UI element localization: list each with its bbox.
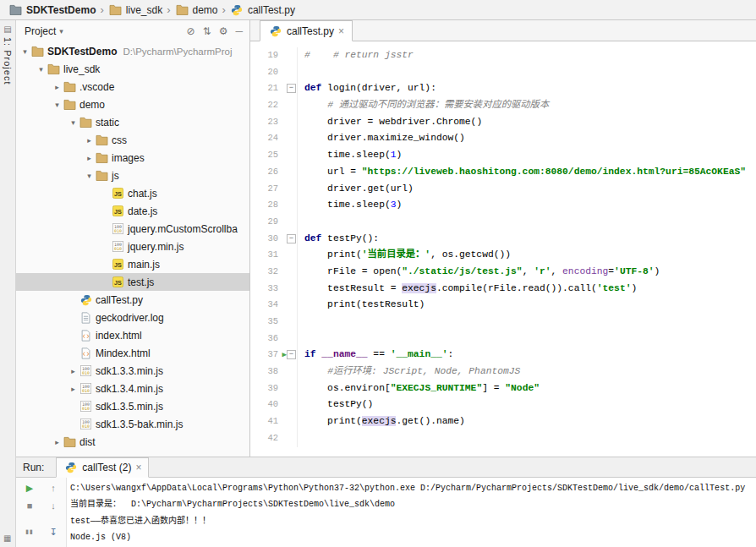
tree-item[interactable]: JSdate.js — [16, 202, 249, 220]
folder-icon — [95, 134, 109, 145]
stop-icon[interactable]: ■ — [23, 499, 36, 512]
line-number: 35 — [267, 316, 278, 326]
tree-item[interactable]: 100010sdk1.3.5.min.js — [16, 397, 249, 415]
rerun-icon[interactable]: ▶ — [23, 481, 36, 495]
gutter: 29 — [250, 214, 298, 231]
tab-calltest-run[interactable]: callTest (2) × — [56, 457, 149, 478]
js-icon: JS — [111, 276, 125, 287]
tree-item[interactable]: JStest.js — [16, 273, 249, 291]
breadcrumb-item[interactable]: callTest.py — [227, 2, 299, 19]
toolwindow-toggle-icon[interactable]: ▦ — [3, 533, 11, 543]
pause-icon[interactable]: ▮▮ — [23, 525, 36, 539]
close-icon[interactable]: × — [135, 462, 141, 473]
chevron-down-icon[interactable]: ▾ — [84, 172, 95, 180]
line-number: 29 — [267, 216, 278, 227]
chevron-right-icon[interactable]: ▸ — [68, 385, 79, 393]
tree-item-label: css — [112, 134, 127, 146]
project-stripe-button[interactable]: ▤ 1: Project — [0, 20, 15, 85]
chevron-right-icon[interactable]: ▸ — [84, 154, 95, 162]
tree-item[interactable]: ▸.vscode — [16, 78, 249, 96]
tree-item[interactable]: ▸100010sdk1.3.3.min.js — [16, 362, 249, 380]
tree-item[interactable]: 100010jquery.mCustomScrollba — [16, 220, 249, 238]
svg-text:JS: JS — [114, 279, 122, 287]
folder-icon — [30, 46, 45, 57]
tree-item[interactable]: geckodriver.log — [16, 309, 249, 326]
minjs-icon: 100010 — [79, 401, 93, 412]
js-icon: JS — [111, 188, 125, 199]
project-tree[interactable]: ▾SDKTestDemoD:\Pycharm\PycharmProj▾live_… — [16, 42, 249, 457]
tree-item[interactable]: ▸images — [16, 149, 249, 167]
fold-icon[interactable]: − — [287, 84, 296, 93]
gutter: 36 — [250, 331, 298, 347]
chevron-right-icon[interactable]: ▸ — [52, 438, 63, 446]
collapse-all-icon[interactable]: ⇅ — [203, 25, 211, 37]
tree-item-label: sdk1.3.3.min.js — [96, 365, 163, 377]
fold-icon[interactable]: − — [287, 350, 296, 359]
folder-icon — [79, 117, 93, 128]
tree-item[interactable]: ▸dist — [16, 433, 249, 451]
code-token: ) — [396, 200, 402, 210]
breadcrumb-item[interactable]: live_sdk — [105, 2, 166, 19]
html-icon — [79, 347, 93, 359]
folder-icon — [95, 170, 109, 181]
chevron-down-icon[interactable]: ▾ — [36, 65, 47, 74]
js-icon: JS — [111, 259, 125, 270]
tree-item[interactable]: Mindex.html — [16, 344, 249, 362]
breadcrumb-item[interactable]: SDKTestDemo — [5, 2, 99, 19]
code-token: : — [448, 349, 454, 359]
gutter: 40 — [250, 397, 298, 413]
tree-item[interactable]: callTest.py — [16, 291, 249, 309]
tree-item[interactable]: ▸css — [16, 131, 249, 149]
close-icon[interactable]: × — [338, 26, 344, 36]
tree-item-label: date.js — [128, 205, 157, 217]
gutter: 39 — [250, 380, 298, 397]
gutter: 35 — [250, 314, 298, 331]
svg-text:010: 010 — [114, 228, 122, 233]
chevron-down-icon[interactable]: ▾ — [59, 27, 63, 36]
fold-icon[interactable]: − — [287, 234, 296, 243]
chevron-down-icon[interactable]: ▾ — [68, 118, 79, 127]
chevron-right-icon[interactable]: ▸ — [84, 136, 95, 145]
chevron-down-icon[interactable]: ▾ — [19, 47, 30, 56]
code-token: .compile(rFile.read()).call( — [436, 283, 597, 293]
gutter: 41 — [250, 413, 298, 430]
tree-item[interactable]: ▾js — [16, 167, 249, 184]
tree-item[interactable]: JSchat.js — [16, 184, 249, 202]
tree-item-label: index.html — [96, 330, 142, 342]
chevron-right-icon[interactable]: ▸ — [52, 83, 63, 91]
gutter: 34 — [250, 297, 298, 314]
chevron-right-icon[interactable]: ▸ — [68, 367, 79, 375]
down-icon[interactable]: ↓ — [47, 499, 60, 512]
line-number: 40 — [267, 399, 278, 409]
project-view-dropdown[interactable]: Project — [25, 25, 56, 37]
tree-item[interactable]: 100010jquery.min.js — [16, 238, 249, 255]
tree-item[interactable]: JSmain.js — [16, 255, 249, 273]
filter-icon[interactable]: ⊘ — [187, 25, 195, 37]
tree-item[interactable]: ▾live_sdk — [16, 60, 249, 78]
code-token: ] = — [482, 383, 505, 393]
tree-item[interactable]: 100010sdk1.3.5-bak.min.js — [16, 415, 249, 433]
gutter: 23 — [250, 114, 298, 131]
chevron-down-icon[interactable]: ▾ — [52, 101, 63, 109]
console-line: 当前目录是： D:\Pycharm\PycharmProjects\SDKTes… — [70, 496, 756, 512]
editor-code[interactable]: 19# # return jsstr2021−def login(driver,… — [250, 41, 756, 457]
tree-item[interactable]: index.html — [16, 326, 249, 344]
tree-item[interactable]: ▾SDKTestDemoD:\Pycharm\PycharmProj — [16, 42, 249, 60]
tree-item-label: main.js — [128, 259, 160, 271]
breadcrumb-separator: › — [100, 3, 103, 16]
code-text: def login(driver, url): — [298, 80, 436, 97]
scroll-end-icon[interactable]: ↧ — [47, 525, 60, 539]
console-output[interactable]: C:\Users\wangxf\AppData\Local\Programs\P… — [68, 478, 756, 547]
breadcrumb-label: live_sdk — [126, 4, 162, 16]
hide-icon[interactable]: ─ — [235, 25, 243, 37]
up-icon[interactable]: ↑ — [47, 481, 60, 495]
tab-calltest-py[interactable]: callTest.py × — [260, 20, 353, 41]
svg-text:010: 010 — [82, 424, 90, 429]
code-text: driver.get(url) — [298, 181, 414, 198]
code-token: url = — [304, 167, 362, 177]
tree-item[interactable]: ▾demo — [16, 96, 249, 113]
settings-icon[interactable]: ⚙ — [219, 25, 228, 37]
tree-item[interactable]: ▸100010sdk1.3.4.min.js — [16, 380, 249, 397]
tree-item[interactable]: ▾static — [16, 113, 249, 131]
breadcrumb-item[interactable]: demo — [172, 2, 222, 19]
